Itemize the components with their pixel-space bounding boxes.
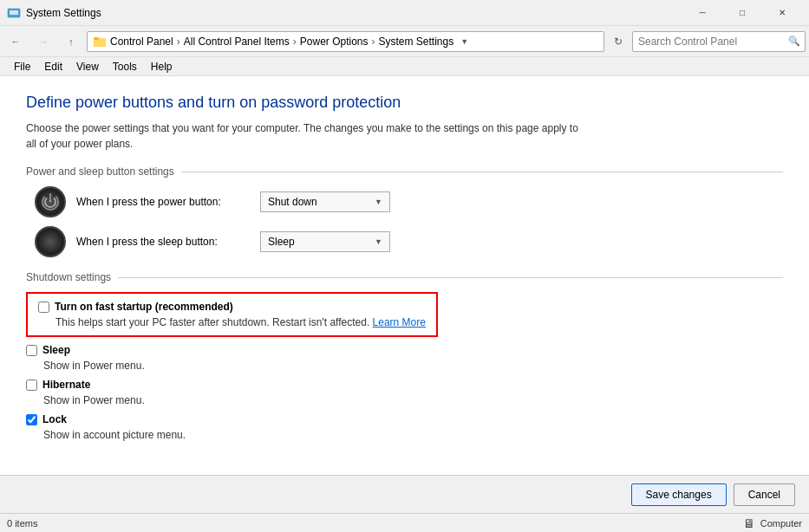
- svg-rect-2: [10, 16, 18, 16]
- sleep-icon: [35, 226, 66, 257]
- menu-file[interactable]: File: [7, 59, 37, 75]
- address-dropdown-icon[interactable]: ▼: [460, 37, 468, 46]
- main-content: Define power buttons and turn on passwor…: [0, 76, 809, 513]
- back-button[interactable]: ←: [3, 29, 28, 54]
- maximize-button[interactable]: □: [722, 0, 762, 26]
- menu-edit[interactable]: Edit: [37, 59, 69, 75]
- power-button-dropdown[interactable]: Shut down ▼ Shut down Sleep Hibernate Do…: [260, 191, 390, 212]
- lock-checkbox[interactable]: [26, 414, 37, 425]
- sleep-button-dropdown[interactable]: Sleep ▼ Sleep Hibernate Shut down Do not…: [260, 231, 390, 252]
- menu-view[interactable]: View: [69, 59, 106, 75]
- address-part-2: All Control Panel Items: [184, 36, 290, 48]
- svg-rect-1: [10, 10, 18, 15]
- title-bar: System Settings ─ □ ✕: [0, 0, 809, 26]
- cancel-button[interactable]: Cancel: [734, 483, 795, 506]
- computer-icon: 🖥: [743, 516, 755, 530]
- button-settings: When I press the power button: Shut down…: [35, 186, 783, 257]
- power-button-label: When I press the power button:: [76, 196, 250, 208]
- window-controls: ─ □ ✕: [682, 0, 802, 26]
- sleep-button-row: When I press the sleep button: Sleep ▼ S…: [35, 226, 783, 257]
- computer-label: Computer: [760, 518, 802, 529]
- page-description: Choose the power settings that you want …: [26, 120, 590, 152]
- sleep-checkbox[interactable]: [26, 345, 37, 356]
- hibernate-checkbox[interactable]: [26, 380, 37, 391]
- minimize-button[interactable]: ─: [682, 0, 722, 26]
- up-button[interactable]: ↑: [59, 29, 83, 54]
- fast-startup-label[interactable]: Turn on fast startup (recommended): [55, 301, 233, 313]
- search-input[interactable]: [633, 36, 784, 48]
- hibernate-checkbox-label[interactable]: Hibernate: [42, 379, 90, 391]
- forward-button[interactable]: →: [31, 29, 55, 54]
- lock-checkbox-row: Lock: [26, 413, 783, 425]
- window-title: System Settings: [26, 7, 682, 19]
- refresh-button[interactable]: ↻: [608, 31, 629, 52]
- hibernate-sub-label: Show in Power menu.: [43, 394, 783, 406]
- address-part-1: Control Panel: [110, 36, 173, 48]
- shutdown-section-header: Shutdown settings: [26, 271, 783, 283]
- svg-rect-4: [94, 37, 99, 40]
- fast-startup-box: Turn on fast startup (recommended) This …: [26, 292, 438, 337]
- fast-startup-description: This helps start your PC faster after sh…: [55, 316, 426, 328]
- shutdown-section: Turn on fast startup (recommended) This …: [26, 292, 783, 441]
- address-bar[interactable]: Control Panel › All Control Panel Items …: [87, 31, 604, 52]
- learn-more-link[interactable]: Learn More: [373, 316, 426, 328]
- save-changes-button[interactable]: Save changes: [631, 483, 727, 506]
- sleep-checkbox-row: Sleep: [26, 344, 783, 356]
- status-right: 🖥 Computer: [743, 516, 802, 530]
- hibernate-checkbox-row: Hibernate: [26, 379, 783, 391]
- content-area: Define power buttons and turn on passwor…: [0, 76, 809, 475]
- fast-startup-row: Turn on fast startup (recommended): [38, 301, 426, 313]
- page-title: Define power buttons and turn on passwor…: [26, 94, 783, 112]
- address-part-power: Power Options: [300, 36, 369, 48]
- toolbar: ← → ↑ Control Panel › All Control Panel …: [0, 26, 809, 57]
- close-button[interactable]: ✕: [762, 0, 802, 26]
- folder-icon: [93, 35, 107, 49]
- sleep-sub-label: Show in Power menu.: [43, 360, 783, 372]
- menu-help[interactable]: Help: [144, 59, 179, 75]
- address-part-system: System Settings: [378, 36, 453, 48]
- search-bar[interactable]: 🔍: [632, 31, 806, 52]
- status-bar: 0 items 🖥 Computer: [0, 513, 809, 532]
- power-button-section-header: Power and sleep button settings: [26, 165, 783, 178]
- items-count: 0 items: [7, 518, 37, 529]
- menu-bar: File Edit View Tools Help: [0, 57, 809, 76]
- power-icon: [35, 186, 66, 217]
- fast-startup-checkbox[interactable]: [38, 302, 49, 313]
- sleep-checkbox-label[interactable]: Sleep: [42, 344, 70, 356]
- footer: Save changes Cancel: [0, 475, 809, 513]
- menu-tools[interactable]: Tools: [106, 59, 144, 75]
- lock-checkbox-label[interactable]: Lock: [42, 413, 67, 425]
- search-button[interactable]: 🔍: [784, 31, 805, 52]
- sleep-button-label: When I press the sleep button:: [76, 236, 250, 248]
- power-button-row: When I press the power button: Shut down…: [35, 186, 783, 217]
- app-icon: [7, 6, 21, 20]
- lock-sub-label: Show in account picture menu.: [43, 429, 783, 441]
